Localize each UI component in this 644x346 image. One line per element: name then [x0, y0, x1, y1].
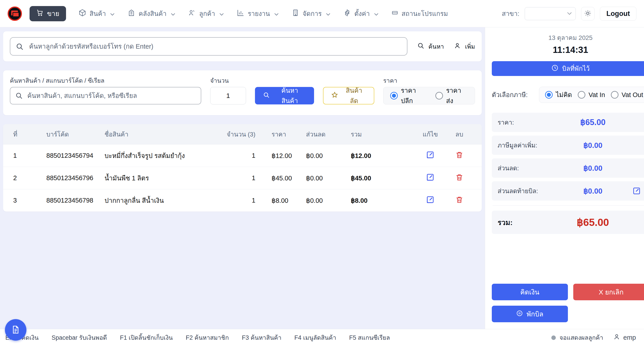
menu-customers[interactable]: ลูกค้า — [188, 9, 224, 19]
menu-inventory[interactable]: คลังสินค้า — [128, 9, 175, 19]
edit-row-button[interactable] — [426, 173, 435, 182]
gear-icon — [344, 9, 351, 18]
quick-products-button[interactable]: สินค้าลัด — [323, 87, 374, 104]
summary-value: ฿0.00 — [556, 187, 630, 196]
menu-label: รายงาน — [248, 9, 270, 19]
document-fab-button[interactable] — [5, 319, 26, 341]
row-barcode: 8850123456794 — [46, 152, 104, 159]
menu-label: จัดการ — [303, 9, 322, 19]
person-icon — [613, 333, 620, 342]
branch-select[interactable] — [525, 7, 576, 20]
sell-tab-button[interactable]: ขาย — [30, 6, 66, 21]
delete-row-button[interactable] — [455, 173, 464, 182]
chevron-down-icon — [274, 10, 279, 17]
shortcut-spacebar: Spacebar รับเงินพอดี — [52, 333, 107, 342]
held-bills-button-label: บิลที่พักไว้ — [562, 63, 590, 74]
table-row: 1 8850123456794 บะหมี่กึ่งสำเร็จรูป รสต้… — [3, 144, 482, 167]
summary-value: ฿0.00 — [556, 164, 630, 172]
add-customer-button[interactable]: เพิ่ม — [454, 42, 475, 51]
row-total: ฿8.00 — [351, 197, 414, 204]
row-no: 2 — [13, 174, 46, 182]
tax-options-group: ไม่คิด Vat In Vat Out — [539, 87, 644, 103]
product-search-button[interactable]: ค้นหาสินค้า — [255, 87, 314, 104]
current-date: 13 ตุลาคม 2025 — [492, 33, 644, 43]
total-label: รวม: — [498, 217, 556, 228]
radio-vat-out[interactable]: Vat Out — [611, 91, 643, 99]
radio-wholesale-price[interactable]: ราคาส่ง — [436, 85, 468, 106]
row-name: น้ำมันพืช 1 ลิตร — [104, 173, 223, 183]
radio-retail-price[interactable]: ราคาปลีก — [390, 85, 428, 106]
row-no: 3 — [13, 197, 46, 204]
row-total: ฿45.00 — [351, 174, 414, 182]
row-discount: ฿0.00 — [306, 197, 351, 204]
quantity-input[interactable] — [210, 87, 246, 104]
customer-search-button[interactable]: ค้นหา — [417, 42, 444, 51]
logout-button[interactable]: Logout — [600, 7, 636, 21]
chevron-down-icon — [374, 10, 378, 17]
search-icon — [15, 92, 23, 99]
theme-toggle-button[interactable] — [581, 7, 594, 20]
col-discount: ส่วนลด — [306, 129, 351, 139]
product-search-wrap — [10, 87, 201, 104]
radio-tax-none[interactable]: ไม่คิด — [545, 90, 572, 100]
customer-search-card: ค้นหา เพิ่ม — [3, 31, 482, 61]
edit-bill-discount-button[interactable] — [630, 187, 643, 196]
users-icon — [188, 9, 196, 18]
menu-products[interactable]: สินค้า — [78, 9, 114, 19]
summary-row-total: รวม: ฿65.00 — [492, 211, 644, 234]
product-search-input[interactable] — [10, 87, 201, 104]
building-icon — [292, 9, 299, 18]
edit-row-button[interactable] — [426, 195, 435, 204]
customer-search-button-label: ค้นหา — [428, 42, 444, 51]
product-search-card: ค้นหาสินค้า / สแกนบาร์โค้ด / ซีเรียล จำน… — [3, 70, 482, 115]
summary-label: ส่วนลดท้ายบิล: — [498, 186, 556, 196]
customer-search-input[interactable] — [10, 37, 408, 56]
branch-label: สาขา: — [502, 9, 519, 19]
shortcut-f4: F4 เมนูลัดสินค้า — [294, 333, 336, 342]
hold-bill-button-label: พักบิล — [526, 309, 543, 319]
trash-icon — [455, 196, 464, 204]
shortcut-status-bar: Enter คิดเงิน Spacebar รับเงินพอดี F1 เป… — [0, 329, 644, 346]
star-icon — [331, 91, 338, 100]
chevron-down-icon — [110, 10, 114, 17]
col-price: ราคา — [257, 129, 306, 139]
cancel-bill-button[interactable]: X ยกเลิก — [573, 284, 644, 300]
radio-vat-in[interactable]: Vat In — [578, 91, 605, 99]
summary-label: ส่วนลด: — [498, 163, 556, 173]
chevron-down-icon — [219, 10, 224, 17]
warehouse-icon — [128, 9, 135, 18]
radio-off-icon — [578, 91, 585, 99]
col-edit: แก้ไข — [414, 129, 447, 139]
shortcut-f3: F3 ค้นหาสินค้า — [242, 333, 281, 342]
chevron-down-icon — [326, 10, 330, 17]
menu-settings[interactable]: ตั้งค่า — [344, 9, 378, 19]
trash-icon — [455, 173, 464, 182]
menu-program-status[interactable]: สถานะโปรแกรม — [392, 9, 448, 19]
checkout-button[interactable]: คิดเงิน — [492, 284, 568, 300]
summary-label: ภาษีมูลค่าเพิ่ม: — [498, 140, 556, 150]
menu-manage[interactable]: จัดการ — [292, 9, 330, 19]
edit-row-button[interactable] — [426, 150, 435, 159]
row-price: ฿12.00 — [257, 152, 306, 159]
current-time: 11:14:31 — [492, 45, 644, 55]
row-barcode: 8850123456796 — [46, 174, 104, 182]
product-search-button-label: ค้นหาสินค้า — [273, 85, 306, 106]
quantity-label: จำนวน — [210, 76, 246, 83]
customer-display-status[interactable]: จอแสดงผลลูกค้า — [551, 333, 603, 342]
menu-label: สินค้า — [90, 9, 106, 19]
trash-icon — [455, 150, 464, 159]
price-type-label: ราคา — [383, 76, 475, 83]
logged-in-user[interactable]: emp — [613, 333, 636, 342]
menu-reports[interactable]: รายงาน — [237, 9, 279, 19]
sell-tab-label: ขาย — [47, 8, 59, 19]
delete-row-button[interactable] — [455, 196, 464, 204]
total-value: ฿65.00 — [556, 216, 630, 228]
delete-row-button[interactable] — [455, 150, 464, 159]
held-bills-button[interactable]: บิลที่พักไว้ — [492, 61, 644, 76]
summary-row-bill-discount: ส่วนลดท้ายบิล: ฿0.00 — [492, 181, 644, 201]
col-name: ชื่อสินค้า — [104, 129, 223, 139]
add-customer-button-label: เพิ่ม — [465, 42, 475, 51]
user-label: emp — [624, 334, 636, 341]
hold-bill-button[interactable]: พักบิล — [492, 306, 568, 322]
col-no: ที่ — [13, 129, 46, 139]
